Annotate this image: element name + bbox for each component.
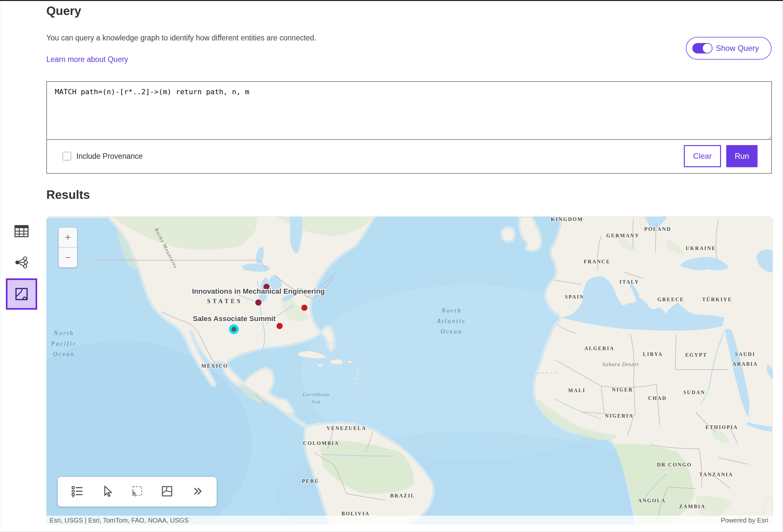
- table-view-icon: [14, 225, 29, 238]
- include-provenance-checkbox[interactable]: [63, 152, 71, 160]
- map-label: BRAZIL: [390, 493, 415, 498]
- map-label: ETHIOPIA: [706, 425, 738, 430]
- zoom-out-button[interactable]: −: [59, 248, 77, 267]
- extent-select-button[interactable]: [160, 484, 175, 500]
- map-label: GREECE: [657, 297, 685, 302]
- attribution-sources: Esri, USGS | Esri, TomTom, FAO, NOAA, US…: [46, 517, 189, 524]
- map-label: UKRAINE: [685, 245, 716, 251]
- map-label: Ocean: [53, 351, 75, 357]
- toolbar-expand-button[interactable]: [190, 484, 205, 500]
- map-label: ANGOLA: [638, 498, 665, 503]
- map-label: NIGERIA: [605, 413, 634, 419]
- zoom-in-button[interactable]: +: [59, 228, 77, 248]
- powered-by-esri: Powered by Esri: [721, 517, 773, 524]
- map-label: Sahara Desert: [602, 361, 639, 367]
- map-event-label: Innovations in Mechanical Engineering: [192, 287, 324, 295]
- map-label: North: [441, 307, 462, 314]
- map-label: SAUDI: [735, 352, 755, 357]
- show-query-toggle[interactable]: Show Query: [686, 37, 772, 60]
- results-title: Results: [46, 188, 90, 202]
- map-label: ARABIA: [732, 361, 758, 367]
- show-query-label: Show Query: [716, 44, 759, 53]
- map-label: TANZANIA: [699, 472, 733, 477]
- map-label: ITALY: [620, 279, 639, 285]
- map-label: Ocean: [441, 328, 463, 335]
- map-label: COLOMBIA: [303, 440, 339, 446]
- map-label: KINGDOM: [551, 217, 583, 222]
- double-chevron-right-icon: [191, 485, 203, 497]
- map-label: SPAIN: [565, 294, 584, 300]
- map-event-label: Sales Associate Summit: [193, 314, 276, 323]
- map-label: Atlantic: [437, 318, 466, 324]
- page-title: Query: [46, 4, 81, 18]
- page-description: You can query a knowledge graph to ident…: [46, 34, 316, 42]
- results-map[interactable]: KINGDOMPOLANDGERMANYUKRAINEFRANCEITALYSP…: [46, 217, 773, 525]
- map-label: ZAMBIA: [679, 504, 706, 509]
- map-label: FRANCE: [584, 259, 610, 264]
- legend-list-icon: [71, 485, 84, 497]
- link-chart-view-button[interactable]: [14, 256, 29, 270]
- map-zoom-control: + −: [59, 228, 77, 267]
- map-label: TÜRKIYE: [702, 297, 732, 302]
- map-label: Caribbean: [303, 392, 330, 397]
- map-label: Pacific: [51, 340, 77, 347]
- map-label: LIBYA: [643, 352, 663, 357]
- map-toolbar: [58, 477, 217, 506]
- toggle-track-icon[interactable]: [692, 43, 713, 54]
- query-panel: MATCH path=(n)-[r*..2]->(m) return path,…: [46, 81, 772, 174]
- map-label: NIGER: [612, 387, 633, 393]
- map-label: ALGERIA: [584, 345, 614, 351]
- map-label: MÉXICO: [201, 363, 228, 369]
- map-view-icon: [15, 288, 28, 301]
- map-point[interactable]: [255, 300, 262, 306]
- query-controls-row: Include Provenance Clear Run: [47, 140, 771, 172]
- map-label: STATES: [207, 298, 242, 304]
- map-label: CHAD: [648, 395, 666, 401]
- map-label: POLAND: [644, 226, 671, 232]
- learn-more-link[interactable]: Learn more about Query: [46, 55, 128, 64]
- query-input[interactable]: MATCH path=(n)-[r*..2]->(m) return path,…: [47, 82, 771, 140]
- map-point-selected-core: [232, 327, 237, 332]
- query-page: Query You can query a knowledge graph to…: [0, 0, 783, 532]
- link-chart-view-icon: [14, 256, 29, 269]
- map-label: SUDAN: [683, 390, 706, 395]
- map-attribution-bar: Esri, USGS | Esri, TomTom, FAO, NOAA, US…: [46, 516, 773, 525]
- toggle-knob-icon: [703, 44, 712, 53]
- extent-select-icon: [161, 485, 173, 497]
- map-label: EGYPT: [685, 352, 707, 358]
- box-select-button[interactable]: [129, 484, 145, 500]
- map-label: VENEZUELA: [326, 425, 366, 431]
- include-provenance-label: Include Provenance: [76, 152, 143, 161]
- table-view-button[interactable]: [14, 225, 29, 239]
- run-button[interactable]: Run: [726, 145, 757, 167]
- map-label: North: [54, 330, 74, 336]
- map-label: DR CONGO: [657, 462, 692, 467]
- map-point[interactable]: [302, 305, 308, 311]
- map-label: Sea: [312, 399, 321, 404]
- pointer-select-button[interactable]: [100, 484, 115, 500]
- legend-button[interactable]: [70, 484, 85, 500]
- map-label: PERÚ: [302, 478, 319, 484]
- map-point[interactable]: [277, 323, 283, 329]
- cursor-icon: [101, 485, 114, 497]
- map-label: MALI: [568, 388, 586, 393]
- clear-button[interactable]: Clear: [684, 145, 721, 167]
- map-view-button-selected[interactable]: [6, 278, 37, 310]
- box-select-cursor-icon: [131, 485, 143, 497]
- map-label: GERMANY: [606, 233, 639, 238]
